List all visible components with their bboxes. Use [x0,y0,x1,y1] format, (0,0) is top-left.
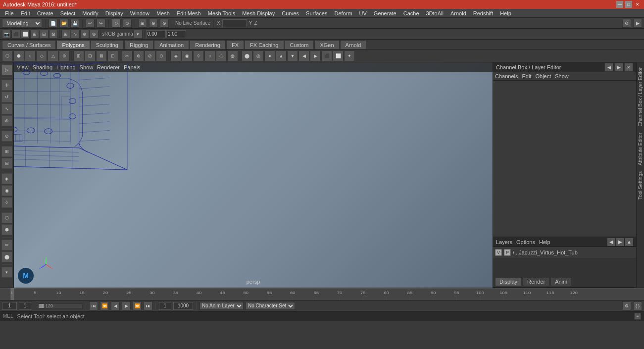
side-tab-attribute-editor[interactable]: Attribute Editor [637,130,644,168]
ipr-btn[interactable]: ⬢ [1,224,12,235]
poly-btn23[interactable]: ● [264,50,275,61]
poly-btn6[interactable]: ⊕ [59,50,70,61]
scale-snap-btn[interactable]: ⊗ [160,19,169,28]
tab-arnold[interactable]: Arnold [340,40,367,49]
menu-meshdisplay[interactable]: Mesh Display [239,10,278,17]
snap-grid-btn[interactable]: ⊞ [61,30,70,39]
snap-point-btn[interactable]: ⊕ [80,30,89,39]
tab-curves-surfaces[interactable]: Curves / Surfaces [2,40,56,49]
timeline-track[interactable]: 1 5 10 15 20 25 30 35 40 45 50 55 60 65 … [0,288,644,300]
frame-start-input[interactable] [2,302,17,310]
poly-btn16[interactable]: ◉ [182,50,193,61]
tab-custom[interactable]: Custom [285,40,314,49]
tb2-btn1[interactable]: ⬛ [11,30,20,39]
val2-input[interactable] [166,30,186,38]
rp-close[interactable]: ✕ [624,63,633,72]
more-btn[interactable]: ▾ [1,267,12,278]
playback-range-slider[interactable]: 120 [38,303,83,308]
redo-btn[interactable]: ↪ [97,19,105,28]
snap-curve-btn[interactable]: ∿ [71,30,80,39]
poly-btn7[interactable]: ⊞ [73,50,84,61]
poly-btn8[interactable]: ⊟ [85,50,96,61]
poly-btn19[interactable]: ◌ [216,50,227,61]
menu-mesh[interactable]: Mesh [153,10,173,17]
menu-select[interactable]: Select [57,10,79,17]
range-total-input[interactable] [173,302,193,310]
render-region-btn[interactable]: ⬡ [1,212,12,223]
script-editor-btn[interactable]: { } [633,301,642,310]
viewport[interactable]: View Shading Lighting Show Renderer Pane… [14,62,493,288]
lp-menu-options[interactable]: Options [516,239,535,245]
lp-menu-layers[interactable]: Layers [496,239,512,245]
menu-uv[interactable]: UV [356,10,370,17]
menu-surfaces[interactable]: Surfaces [303,10,330,17]
layer-expand-btn[interactable]: ▲ [625,238,633,246]
render-btn[interactable]: ▶ [633,19,642,28]
tb2-btn5[interactable]: ⊠ [49,30,58,39]
tb2-btn3[interactable]: ⊞ [30,30,39,39]
rp-tab-display[interactable]: Display [495,277,522,286]
tb2-btn2[interactable]: ⬜ [21,30,30,39]
poly-btn18[interactable]: ○ [204,50,215,61]
range-end-input[interactable] [159,302,171,310]
last-tool-btn[interactable]: ⊟ [1,158,12,169]
poly-btn17[interactable]: ◊ [193,50,204,61]
menu-file[interactable]: File [2,10,17,17]
menu-meshtools[interactable]: Mesh Tools [205,10,238,17]
universal-btn[interactable]: ⊕ [1,115,12,126]
poly-btn12[interactable]: ⊗ [133,50,144,61]
open-file-btn[interactable]: 📂 [59,19,68,28]
poly-btn25[interactable]: ▼ [287,50,298,61]
tab-fx-caching[interactable]: FX Caching [245,40,284,49]
tab-animation[interactable]: Animation [154,40,189,49]
tb2-btn4[interactable]: ⊟ [40,30,49,39]
poly-btn22[interactable]: ◎ [253,50,264,61]
poly-btn3[interactable]: ○ [25,50,36,61]
char-set-select[interactable]: No Character Set [246,302,295,310]
layer-row[interactable]: V P /...Jacuzzi_Virtus_Hot_Tub [493,247,636,258]
scale-btn[interactable]: ⤡ [1,103,12,114]
play-forward-btn[interactable]: ▶ [122,301,131,310]
play-start-btn[interactable]: ⏮ [89,301,98,310]
poly-btn15[interactable]: ◈ [170,50,181,61]
menu-display[interactable]: Display [102,10,126,17]
menu-cache[interactable]: Cache [400,10,422,17]
layer-preview-toggle[interactable]: P [504,249,511,256]
x-input[interactable] [222,19,247,27]
menu-curves[interactable]: Curves [279,10,302,17]
poly-btn30[interactable]: ✦ [344,50,355,61]
sculpt-btn[interactable]: ⬤ [1,251,12,262]
select-tool-btn[interactable]: ▷ [112,19,121,28]
poly-btn5[interactable]: △ [48,50,58,61]
layer-visibility-toggle[interactable]: V [495,249,502,256]
side-tab-tool-settings[interactable]: Tool Settings [637,168,644,202]
ch-menu-object[interactable]: Object [535,73,551,79]
minimize-button[interactable]: — [616,1,623,8]
soft-sel-btn[interactable]: ⊙ [1,131,12,142]
layer-next-btn[interactable]: ▶ [616,238,624,246]
poly-btn10[interactable]: ⊡ [107,50,118,61]
snap-pnt-btn[interactable]: ◉ [1,185,12,196]
show-manip-btn[interactable]: ⊞ [1,146,12,157]
ch-menu-edit[interactable]: Edit [522,73,531,79]
menu-3dtoall[interactable]: 3DtoAll [423,10,446,17]
menu-help[interactable]: Help [497,10,514,17]
ch-menu-channels[interactable]: Channels [495,73,518,79]
prev-key-btn[interactable]: ⏪ [100,301,109,310]
tab-sculpting[interactable]: Sculpting [91,40,124,49]
new-file-btn[interactable]: 📄 [49,19,57,28]
menu-editmesh[interactable]: Edit Mesh [174,10,204,17]
poly-btn13[interactable]: ⊘ [145,50,155,61]
undo-btn[interactable]: ↩ [86,19,95,28]
rotate-snap-btn[interactable]: ⊕ [149,19,158,28]
rp-arrow-left[interactable]: ◀ [604,63,613,72]
maximize-button[interactable]: □ [625,1,632,8]
poly-btn28[interactable]: ⬛ [321,50,332,61]
menu-generate[interactable]: Generate [371,10,399,17]
save-file-btn[interactable]: 💾 [70,19,79,28]
poly-btn14[interactable]: ⊙ [156,50,167,61]
poly-btn27[interactable]: ▶ [310,50,321,61]
rp-arrow-right[interactable]: ▶ [614,63,623,72]
poly-btn24[interactable]: ▲ [276,50,287,61]
menu-deform[interactable]: Deform [331,10,355,17]
